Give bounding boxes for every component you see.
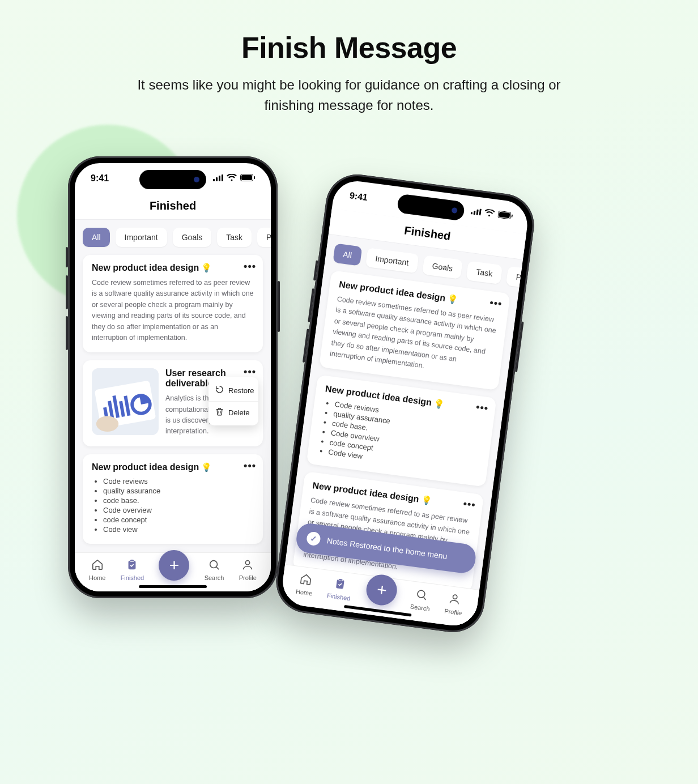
svg-rect-27	[511, 215, 513, 218]
dynamic-island	[139, 170, 206, 189]
list-item: code base.	[103, 496, 254, 505]
home-indicator	[139, 585, 207, 588]
profile-icon	[448, 592, 462, 607]
page-header: Finished	[75, 194, 271, 220]
note-card[interactable]: ••• New product idea design 💡 Code revie…	[319, 270, 510, 390]
check-icon: ✓	[306, 531, 321, 546]
chip-goals[interactable]: Goals	[422, 255, 463, 279]
note-card[interactable]: ••• New product idea design 💡 Code revie…	[83, 255, 263, 352]
home-icon	[299, 572, 313, 587]
chip-all[interactable]: All	[83, 228, 110, 247]
svg-point-20	[246, 561, 250, 565]
svg-point-15	[96, 416, 118, 432]
chip-all[interactable]: All	[333, 244, 362, 266]
fab-add[interactable]: +	[159, 550, 189, 581]
nav-finished[interactable]: Finished	[121, 559, 144, 581]
nav-label: Search	[410, 603, 430, 612]
signal-icon	[470, 206, 482, 218]
nav-label: Home	[89, 574, 105, 581]
menu-delete-label: Delete	[228, 408, 250, 417]
nav-profile[interactable]: Profile	[444, 591, 465, 616]
list-item: quality assurance	[103, 487, 254, 495]
chip-task[interactable]: Task	[217, 228, 252, 247]
card-menu-icon[interactable]: •••	[475, 402, 489, 415]
lightbulb-icon: 💡	[447, 293, 459, 305]
note-card[interactable]: ••• New product idea design 💡 Code revie…	[83, 454, 263, 544]
trash-icon	[215, 407, 224, 417]
status-time: 9:41	[91, 173, 109, 184]
nav-label: Finished	[326, 592, 351, 602]
menu-delete[interactable]: Delete	[208, 403, 258, 422]
card-title: New product idea design	[92, 462, 199, 472]
chip-product[interactable]: Produc	[506, 266, 523, 291]
nav-label: Home	[295, 588, 313, 597]
nav-home[interactable]: Home	[89, 559, 105, 581]
lightbulb-icon: 💡	[420, 495, 432, 506]
card-menu-icon[interactable]: •••	[489, 297, 503, 310]
wifi-icon	[227, 173, 237, 184]
chip-important[interactable]: Important	[365, 248, 419, 274]
lightbulb-icon: 💡	[201, 263, 212, 273]
filter-chips: All Important Goals Task Produc	[75, 220, 271, 250]
svg-rect-17	[130, 560, 134, 562]
card-menu-icon[interactable]: •••	[244, 460, 256, 472]
profile-icon	[241, 559, 254, 572]
wifi-icon	[484, 208, 495, 219]
hero-title: Finish Message	[0, 31, 698, 65]
chip-goals[interactable]: Goals	[173, 228, 212, 247]
svg-rect-22	[474, 211, 476, 215]
nav-search[interactable]: Search	[205, 559, 224, 581]
page-title: Finished	[75, 199, 271, 212]
svg-point-30	[417, 590, 425, 598]
fab-add[interactable]: +	[365, 573, 399, 607]
list-item: Code view	[103, 525, 254, 534]
menu-restore-label: Restore	[228, 386, 254, 395]
list-item: code concept	[103, 515, 254, 524]
battery-icon	[497, 210, 513, 222]
home-icon	[91, 559, 104, 572]
nav-label: Search	[205, 574, 224, 581]
chip-task[interactable]: Task	[466, 261, 503, 284]
card-thumbnail	[92, 368, 159, 435]
restore-icon	[215, 385, 224, 395]
card-list: Code reviews quality assurance code base…	[92, 477, 254, 534]
chip-product[interactable]: Produc	[257, 228, 271, 247]
nav-search[interactable]: Search	[410, 587, 432, 612]
svg-rect-23	[476, 210, 478, 215]
card-menu-icon[interactable]: •••	[462, 498, 476, 512]
svg-rect-24	[479, 208, 482, 215]
svg-line-19	[216, 567, 219, 569]
clipboard-icon	[333, 577, 347, 592]
svg-rect-0	[213, 179, 215, 181]
svg-rect-26	[499, 212, 510, 218]
toast-text: Notes Restored to the home menu	[326, 536, 448, 561]
nav-profile[interactable]: Profile	[239, 559, 257, 581]
note-card[interactable]: •••	[83, 360, 263, 446]
nav-home[interactable]: Home	[295, 572, 314, 596]
svg-rect-29	[339, 578, 343, 581]
clipboard-icon	[126, 559, 138, 572]
card-menu-icon[interactable]: •••	[244, 261, 256, 272]
nav-label: Finished	[121, 574, 144, 581]
svg-rect-6	[254, 176, 255, 179]
svg-line-31	[423, 597, 426, 600]
status-time: 9:41	[349, 190, 368, 203]
svg-rect-3	[222, 174, 223, 181]
list-item: Code reviews	[103, 477, 254, 485]
card-body: Code review sometimes referred to as pee…	[92, 278, 254, 343]
plus-icon: +	[376, 580, 388, 600]
list-item: Code overview	[103, 506, 254, 514]
nav-label: Profile	[239, 574, 257, 581]
svg-rect-16	[129, 561, 136, 570]
menu-restore[interactable]: Restore	[208, 381, 258, 400]
chip-important[interactable]: Important	[116, 228, 167, 247]
nav-finished[interactable]: Finished	[326, 576, 352, 602]
lightbulb-icon: 💡	[201, 462, 212, 472]
note-card[interactable]: ••• New product idea design 💡 Code revie…	[307, 375, 497, 487]
svg-rect-2	[219, 176, 220, 181]
svg-rect-1	[216, 177, 218, 181]
context-menu: Restore Delete	[208, 377, 258, 425]
battery-icon	[240, 173, 255, 184]
nav-label: Profile	[444, 607, 462, 616]
svg-rect-21	[471, 212, 473, 214]
